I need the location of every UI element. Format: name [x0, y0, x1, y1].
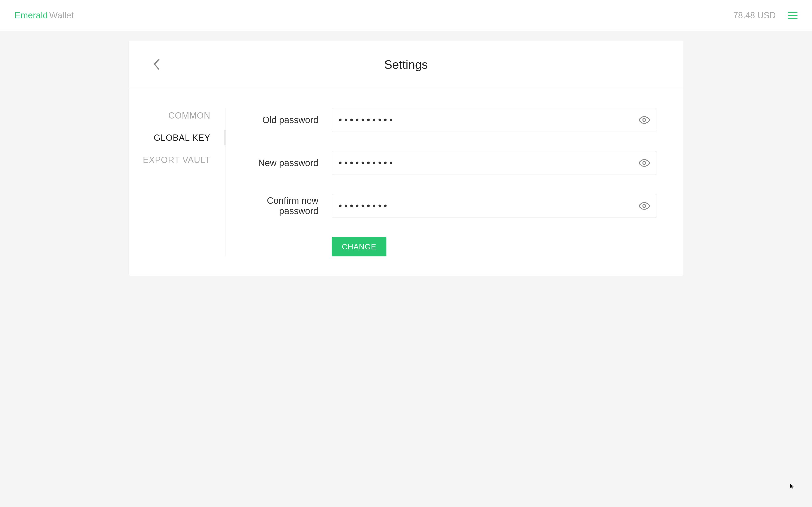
- eye-icon: [639, 200, 650, 212]
- settings-tabs: COMMON GLOBAL KEY EXPORT VAULT: [129, 108, 225, 257]
- tab-export-vault[interactable]: EXPORT VAULT: [143, 155, 210, 165]
- confirm-password-input[interactable]: [332, 194, 657, 218]
- old-password-wrapper: [332, 108, 657, 132]
- new-password-wrapper: [332, 151, 657, 175]
- new-password-input[interactable]: [332, 151, 657, 175]
- app-logo[interactable]: Emerald Wallet: [14, 10, 74, 20]
- eye-icon: [639, 114, 650, 126]
- hamburger-menu-icon[interactable]: [788, 12, 798, 19]
- balance-display: 78.48 USD: [733, 10, 776, 20]
- old-password-label: Old password: [245, 115, 332, 125]
- tab-global-key[interactable]: GLOBAL KEY: [154, 133, 210, 143]
- eye-icon: [639, 157, 650, 169]
- settings-card: Settings COMMON GLOBAL KEY EXPORT VAULT …: [129, 41, 683, 276]
- card-body: COMMON GLOBAL KEY EXPORT VAULT Old passw…: [129, 89, 683, 276]
- logo-secondary: Wallet: [49, 10, 74, 20]
- toggle-new-password-visibility[interactable]: [639, 157, 650, 169]
- card-header: Settings: [129, 41, 683, 89]
- form-row-old-password: Old password: [245, 108, 657, 132]
- new-password-label: New password: [245, 158, 332, 168]
- form-row-new-password: New password: [245, 151, 657, 175]
- tab-common[interactable]: COMMON: [168, 111, 210, 121]
- confirm-password-wrapper: [332, 194, 657, 218]
- button-row: CHANGE: [245, 237, 657, 257]
- svg-point-0: [643, 119, 646, 121]
- change-button[interactable]: CHANGE: [332, 237, 387, 257]
- svg-point-2: [643, 205, 646, 207]
- confirm-password-label: Confirm new password: [245, 195, 332, 216]
- form-row-confirm-password: Confirm new password: [245, 194, 657, 218]
- svg-point-1: [643, 162, 646, 164]
- toggle-old-password-visibility[interactable]: [639, 114, 650, 126]
- chevron-left-icon: [153, 58, 160, 70]
- page-title: Settings: [384, 58, 428, 72]
- header-right: 78.48 USD: [733, 10, 798, 20]
- form-area: Old password New password: [225, 108, 683, 257]
- toggle-confirm-password-visibility[interactable]: [639, 200, 650, 212]
- content-wrapper: Settings COMMON GLOBAL KEY EXPORT VAULT …: [0, 31, 812, 276]
- old-password-input[interactable]: [332, 108, 657, 132]
- app-header: Emerald Wallet 78.48 USD: [0, 0, 812, 31]
- logo-primary: Emerald: [14, 10, 48, 20]
- back-button[interactable]: [151, 56, 163, 73]
- cursor-icon: [789, 483, 795, 489]
